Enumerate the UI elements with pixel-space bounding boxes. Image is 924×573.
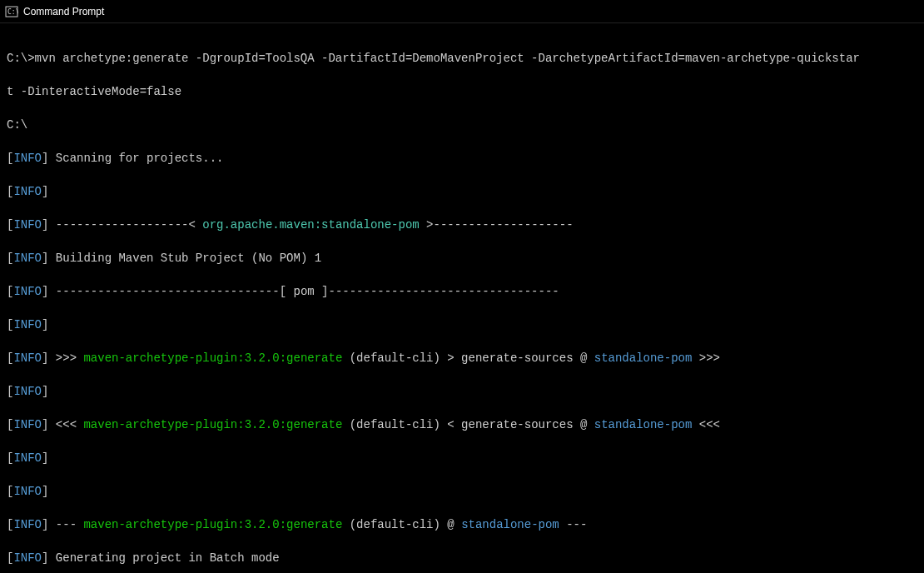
plugin-3: maven-archetype-plugin:3.2.0:generate bbox=[83, 518, 342, 531]
plugin-2: maven-archetype-plugin:3.2.0:generate bbox=[83, 418, 342, 431]
pom-rule: --------------------------------[ pom ]-… bbox=[56, 285, 559, 298]
titlebar: C:\ Command Prompt bbox=[0, 0, 924, 23]
plugin-1: maven-archetype-plugin:3.2.0:generate bbox=[83, 351, 342, 365]
info-label: INFO bbox=[13, 152, 42, 165]
pom-coords: org.apache.maven:standalone-pom bbox=[202, 218, 419, 232]
window-title: Command Prompt bbox=[23, 6, 104, 17]
svg-text:C:\: C:\ bbox=[7, 8, 18, 16]
standalone-2: standalone-pom bbox=[594, 418, 693, 431]
cmd-line-3: C:\ bbox=[7, 118, 27, 132]
scan-line: Scanning for projects... bbox=[56, 152, 224, 165]
cmd-line-1: C:\>mvn archetype:generate -DgroupId=Too… bbox=[7, 52, 860, 65]
cmd-icon: C:\ bbox=[5, 5, 18, 18]
standalone-1: standalone-pom bbox=[594, 351, 693, 365]
terminal-output[interactable]: C:\>mvn archetype:generate -DgroupId=Too… bbox=[0, 23, 924, 573]
cmd-line-2: t -DinteractiveMode=false bbox=[7, 85, 181, 98]
building-line: Building Maven Stub Project (No POM) 1 bbox=[56, 252, 321, 265]
batch-line: Generating project in Batch mode bbox=[56, 551, 280, 565]
standalone-3: standalone-pom bbox=[461, 518, 559, 531]
